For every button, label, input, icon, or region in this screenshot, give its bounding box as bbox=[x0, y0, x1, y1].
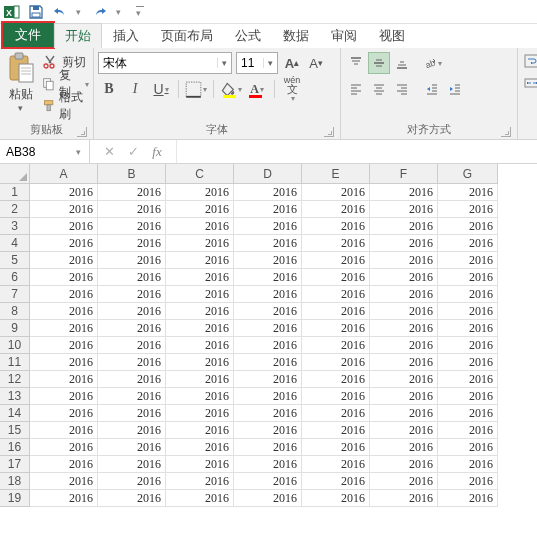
cell[interactable]: 2016 bbox=[438, 490, 498, 507]
formula-input[interactable] bbox=[176, 140, 537, 163]
cell[interactable]: 2016 bbox=[166, 252, 234, 269]
grow-font-button[interactable]: A▴ bbox=[282, 52, 302, 74]
cell[interactable]: 2016 bbox=[234, 490, 302, 507]
cell[interactable]: 2016 bbox=[98, 473, 166, 490]
align-right-button[interactable] bbox=[391, 78, 413, 100]
cell[interactable]: 2016 bbox=[438, 201, 498, 218]
cell[interactable]: 2016 bbox=[98, 286, 166, 303]
cell[interactable]: 2016 bbox=[30, 405, 98, 422]
cell[interactable]: 2016 bbox=[166, 303, 234, 320]
cell[interactable]: 2016 bbox=[438, 371, 498, 388]
cell[interactable]: 2016 bbox=[438, 405, 498, 422]
column-header[interactable]: B bbox=[98, 164, 166, 184]
increase-indent-button[interactable] bbox=[444, 78, 466, 100]
paste-dropdown-icon[interactable]: ▾ bbox=[18, 103, 23, 113]
align-center-button[interactable] bbox=[368, 78, 390, 100]
row-header[interactable]: 16 bbox=[0, 439, 30, 456]
orientation-button[interactable]: ab▾ bbox=[421, 52, 443, 74]
cell[interactable]: 2016 bbox=[438, 422, 498, 439]
tab-data[interactable]: 数据 bbox=[272, 23, 320, 48]
font-size-input[interactable] bbox=[237, 53, 263, 73]
column-header[interactable]: G bbox=[438, 164, 498, 184]
cell[interactable]: 2016 bbox=[234, 371, 302, 388]
cell[interactable]: 2016 bbox=[234, 218, 302, 235]
cell[interactable]: 2016 bbox=[30, 371, 98, 388]
row-header[interactable]: 14 bbox=[0, 405, 30, 422]
cell[interactable]: 2016 bbox=[234, 303, 302, 320]
name-box[interactable]: ▾ bbox=[0, 140, 90, 163]
cell[interactable]: 2016 bbox=[302, 337, 370, 354]
cell[interactable]: 2016 bbox=[166, 405, 234, 422]
row-header[interactable]: 8 bbox=[0, 303, 30, 320]
wrap-text-button[interactable]: 自动 bbox=[524, 52, 537, 72]
align-middle-button[interactable] bbox=[368, 52, 390, 74]
cell[interactable]: 2016 bbox=[166, 184, 234, 201]
cell[interactable]: 2016 bbox=[234, 473, 302, 490]
format-painter-button[interactable]: 格式刷 bbox=[42, 96, 89, 116]
cell[interactable]: 2016 bbox=[98, 252, 166, 269]
cell[interactable]: 2016 bbox=[302, 422, 370, 439]
cell[interactable]: 2016 bbox=[30, 184, 98, 201]
cell[interactable]: 2016 bbox=[302, 286, 370, 303]
cell[interactable]: 2016 bbox=[166, 439, 234, 456]
cell[interactable]: 2016 bbox=[438, 252, 498, 269]
cell[interactable]: 2016 bbox=[30, 456, 98, 473]
row-header[interactable]: 18 bbox=[0, 473, 30, 490]
cell[interactable]: 2016 bbox=[438, 184, 498, 201]
row-header[interactable]: 17 bbox=[0, 456, 30, 473]
cell[interactable]: 2016 bbox=[234, 439, 302, 456]
cell[interactable]: 2016 bbox=[30, 354, 98, 371]
font-name-dropdown-icon[interactable]: ▾ bbox=[217, 58, 231, 68]
row-header[interactable]: 7 bbox=[0, 286, 30, 303]
cell[interactable]: 2016 bbox=[370, 337, 438, 354]
cell[interactable]: 2016 bbox=[166, 456, 234, 473]
column-header[interactable]: D bbox=[234, 164, 302, 184]
cell[interactable]: 2016 bbox=[98, 371, 166, 388]
tab-review[interactable]: 审阅 bbox=[320, 23, 368, 48]
font-color-dropdown-icon[interactable]: ▾ bbox=[260, 85, 264, 94]
cell[interactable]: 2016 bbox=[30, 388, 98, 405]
cell[interactable]: 2016 bbox=[98, 303, 166, 320]
cell[interactable]: 2016 bbox=[98, 218, 166, 235]
cell[interactable]: 2016 bbox=[370, 269, 438, 286]
cell[interactable]: 2016 bbox=[30, 201, 98, 218]
cell[interactable]: 2016 bbox=[234, 354, 302, 371]
font-dialog-launcher-icon[interactable] bbox=[324, 127, 334, 137]
underline-button[interactable]: U▾ bbox=[150, 78, 172, 100]
cell[interactable]: 2016 bbox=[98, 201, 166, 218]
phonetic-button[interactable]: wén文▾ bbox=[281, 78, 303, 100]
row-header[interactable]: 15 bbox=[0, 422, 30, 439]
row-header[interactable]: 1 bbox=[0, 184, 30, 201]
row-header[interactable]: 12 bbox=[0, 371, 30, 388]
undo-icon[interactable] bbox=[52, 4, 68, 20]
tab-file[interactable]: 文件 bbox=[2, 22, 54, 48]
cell[interactable]: 2016 bbox=[302, 303, 370, 320]
cell[interactable]: 2016 bbox=[370, 201, 438, 218]
tab-home[interactable]: 开始 bbox=[54, 23, 102, 48]
fill-color-button[interactable]: ▾ bbox=[220, 78, 242, 100]
cell[interactable]: 2016 bbox=[302, 354, 370, 371]
cell[interactable]: 2016 bbox=[370, 303, 438, 320]
cell[interactable]: 2016 bbox=[370, 456, 438, 473]
align-top-button[interactable] bbox=[345, 52, 367, 74]
paste-button[interactable]: 粘贴 ▾ bbox=[4, 50, 38, 113]
cell[interactable]: 2016 bbox=[370, 490, 438, 507]
row-header[interactable]: 5 bbox=[0, 252, 30, 269]
cell[interactable]: 2016 bbox=[302, 439, 370, 456]
cell[interactable]: 2016 bbox=[98, 320, 166, 337]
cell[interactable]: 2016 bbox=[30, 320, 98, 337]
cancel-formula-button[interactable]: ✕ bbox=[98, 142, 120, 162]
name-box-input[interactable] bbox=[0, 145, 70, 159]
cell[interactable]: 2016 bbox=[234, 456, 302, 473]
cell[interactable]: 2016 bbox=[234, 286, 302, 303]
cell[interactable]: 2016 bbox=[234, 320, 302, 337]
cell[interactable]: 2016 bbox=[98, 422, 166, 439]
cell[interactable]: 2016 bbox=[438, 337, 498, 354]
cell[interactable]: 2016 bbox=[166, 320, 234, 337]
cell[interactable]: 2016 bbox=[30, 439, 98, 456]
cell[interactable]: 2016 bbox=[370, 252, 438, 269]
cell[interactable]: 2016 bbox=[234, 405, 302, 422]
cell[interactable]: 2016 bbox=[30, 269, 98, 286]
tab-insert[interactable]: 插入 bbox=[102, 23, 150, 48]
enter-formula-button[interactable]: ✓ bbox=[122, 142, 144, 162]
